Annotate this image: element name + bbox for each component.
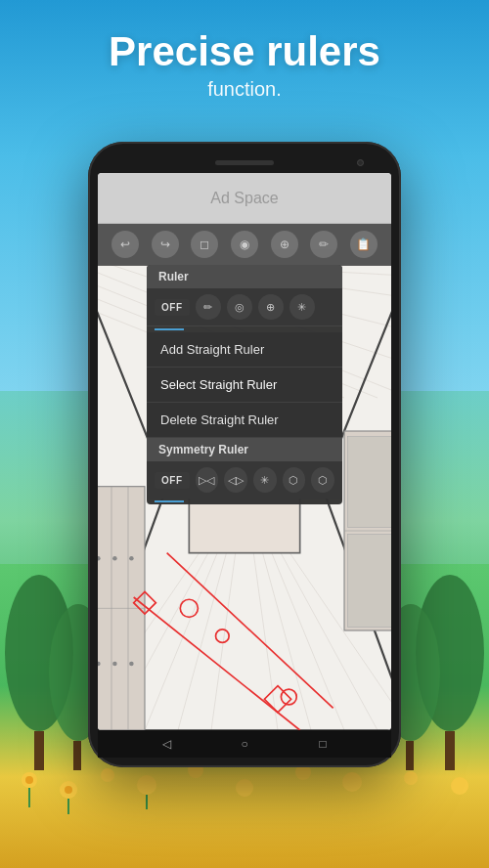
ruler-dropdown-menu: Ruler OFF ✏ ◎ ⊕ ✳ Add Straight Ruler Sel… (147, 265, 342, 504)
symmetry-icons-row: OFF ▷◁ ◁▷ ✳ ⬡ ⬡ (147, 461, 342, 499)
tool-icon-1[interactable]: ◻ (191, 231, 218, 258)
tool-icon-3[interactable]: ⊕ (271, 231, 298, 258)
symmetry-off-button[interactable]: OFF (155, 472, 190, 489)
svg-point-19 (451, 777, 468, 795)
home-button[interactable]: ○ (237, 736, 252, 752)
select-straight-ruler-item[interactable]: Select Straight Ruler (147, 368, 342, 403)
symmetry-icon-4[interactable]: ⬡ (283, 467, 306, 493)
phone-frame: Ad Space ↩ ↪ ◻ ◉ ⊕ ✏ 📋 (88, 142, 401, 767)
ruler-cross-icon[interactable]: ⊕ (258, 294, 284, 320)
phone-speaker (215, 160, 274, 165)
svg-rect-2 (34, 731, 44, 770)
clipboard-icon[interactable]: 📋 (350, 231, 378, 258)
symmetry-icon-1[interactable]: ▷◁ (196, 467, 219, 493)
symmetry-icon-5[interactable]: ⬡ (311, 467, 334, 493)
phone-camera (357, 159, 364, 166)
svg-point-59 (112, 662, 117, 667)
headline: Precise rulers function. (0, 29, 489, 101)
phone-screen: Ad Space ↩ ↪ ◻ ◉ ⊕ ✏ 📋 (98, 173, 391, 730)
ruler-icons-row: OFF ✏ ◎ ⊕ ✳ (147, 288, 342, 326)
headline-title: Precise rulers (0, 29, 489, 74)
delete-straight-ruler-item[interactable]: Delete Straight Ruler (147, 403, 342, 438)
svg-point-9 (25, 776, 33, 784)
phone-top-bar (98, 152, 391, 173)
svg-point-12 (101, 768, 114, 782)
ruler-off-button[interactable]: OFF (155, 299, 190, 316)
svg-point-13 (137, 775, 156, 795)
toolbar: ↩ ↪ ◻ ◉ ⊕ ✏ 📋 (98, 224, 391, 265)
pen-icon[interactable]: ✏ (310, 231, 337, 258)
ruler-active-indicator (155, 328, 184, 330)
tool-icon-2[interactable]: ◉ (231, 231, 258, 258)
symmetry-active-indicator (155, 500, 184, 502)
redo-icon[interactable]: ↪ (152, 231, 179, 258)
svg-point-56 (112, 556, 117, 561)
svg-point-60 (129, 662, 134, 667)
svg-rect-6 (445, 731, 455, 770)
undo-icon[interactable]: ↩ (111, 231, 139, 258)
symmetry-icon-2[interactable]: ◁▷ (224, 467, 247, 493)
symmetry-icon-3[interactable]: ✳ (253, 467, 277, 493)
svg-point-11 (65, 786, 72, 794)
svg-rect-66 (347, 534, 391, 627)
back-button[interactable]: ◁ (158, 736, 174, 752)
ad-banner: Ad Space (98, 173, 391, 224)
svg-rect-7 (406, 741, 414, 770)
ad-space-text: Ad Space (210, 190, 278, 207)
headline-subtitle: function. (0, 78, 489, 101)
svg-point-17 (342, 772, 362, 792)
add-straight-ruler-item[interactable]: Add Straight Ruler (147, 332, 342, 368)
recent-button[interactable]: □ (315, 736, 331, 752)
phone-nav-bar: ◁ ○ □ (98, 730, 391, 758)
svg-point-18 (404, 771, 418, 785)
symmetry-section-header: Symmetry Ruler (147, 438, 342, 461)
svg-point-57 (129, 556, 134, 561)
svg-rect-3 (73, 741, 81, 770)
ruler-circle-icon[interactable]: ◎ (227, 294, 252, 320)
svg-point-15 (236, 779, 253, 797)
canvas-area[interactable]: Ruler OFF ✏ ◎ ⊕ ✳ Add Straight Ruler Sel… (98, 265, 391, 730)
ruler-pencil-icon[interactable]: ✏ (196, 294, 221, 320)
ruler-section-header: Ruler (147, 265, 342, 288)
ruler-star-icon[interactable]: ✳ (289, 294, 315, 320)
svg-rect-65 (347, 437, 391, 528)
